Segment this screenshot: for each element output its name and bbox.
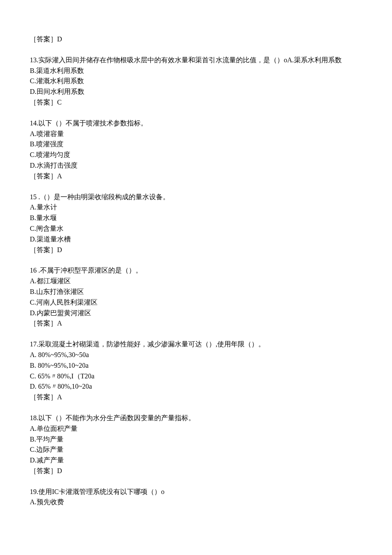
question-option: B.平均产量: [30, 434, 362, 445]
question-stem: 16 .不属于冲积型平原灌区的是（）。: [30, 265, 362, 276]
question-answer: ［答案］A: [30, 392, 362, 403]
question-19: 19.使用IC卡灌溉管理系统没有以下哪项（）o A.预先收费: [30, 487, 362, 508]
question-option: B. 80%~95%,10~20a: [30, 360, 362, 371]
question-option: C.灌溉水利用系数: [30, 76, 362, 87]
question-answer: ［答案］D: [30, 245, 362, 256]
question-option: D.减产产量: [30, 455, 362, 466]
question-option: C. 65%〃80%,I（T20a: [30, 371, 362, 382]
question-16: 16 .不属于冲积型平原灌区的是（）。 A.都江堰灌区 B.山东打渔张灌区 C.…: [30, 265, 362, 329]
question-option: A. 80%~95%,30~50a: [30, 350, 362, 360]
question-option: A.预先收费: [30, 497, 362, 508]
question-answer: ［答案］A: [30, 318, 362, 329]
question-answer: ［答案］D: [30, 466, 362, 477]
question-option: A.都江堰灌区: [30, 276, 362, 287]
question-option: C.河南人民胜利渠灌区: [30, 297, 362, 308]
question-stem: 13.实际灌入田间并储存在作物根吸水层中的有效水量和渠首引水流量的比值，是（）o…: [30, 55, 362, 66]
question-option: C.边际产量: [30, 445, 362, 455]
question-option: B.量水堰: [30, 213, 362, 224]
question-option: D. 65%〃80%,10~20a: [30, 381, 362, 392]
question-stem: 19.使用IC卡灌溉管理系统没有以下哪项（）o: [30, 487, 362, 497]
question-option: B.喷灌强度: [30, 139, 362, 150]
question-option: C.闸含量水: [30, 224, 362, 234]
question-stem: 14.以下（）不属于喷灌技术参数指标。: [30, 118, 362, 129]
question-option: C.喷灌均匀度: [30, 150, 362, 160]
prev-answer: ［答案］D: [30, 34, 362, 45]
question-17: 17.采取混凝土衬砌渠道，防渗性能好，减少渗漏水量可达（）,使用年限（）。 A.…: [30, 339, 362, 403]
document-page: ［答案］D 13.实际灌入田间并储存在作物根吸水层中的有效水量和渠首引水流量的比…: [0, 0, 392, 555]
question-option: B.山东打渔张灌区: [30, 287, 362, 297]
question-answer: ［答案］A: [30, 171, 362, 182]
question-stem: 17.采取混凝土衬砌渠道，防渗性能好，减少渗漏水量可达（）,使用年限（）。: [30, 339, 362, 350]
question-option: D.渠道量水槽: [30, 234, 362, 245]
question-13: 13.实际灌入田间并储存在作物根吸水层中的有效水量和渠首引水流量的比值，是（）o…: [30, 55, 362, 108]
question-option: D.水滴打击强度: [30, 160, 362, 171]
question-option: D.内蒙巴盟黄河灌区: [30, 308, 362, 319]
question-14: 14.以下（）不属于喷灌技术参数指标。 A.喷灌容量 B.喷灌强度 C.喷灌均匀…: [30, 118, 362, 182]
question-option: A.单位面积产量: [30, 424, 362, 434]
question-option: A.量水计: [30, 202, 362, 213]
question-15: 15 .（）是一种由明渠收缩段构成的量水设备。 A.量水计 B.量水堰 C.闸含…: [30, 192, 362, 256]
question-stem: 15 .（）是一种由明渠收缩段构成的量水设备。: [30, 192, 362, 203]
question-answer: ［答案］C: [30, 97, 362, 108]
question-option: D.田间水利用系数: [30, 87, 362, 97]
question-option: B.渠道水利用系数: [30, 66, 362, 76]
question-stem: 18.以下（）不能作为水分生产函数因变量的产量指标。: [30, 413, 362, 424]
question-option: A.喷灌容量: [30, 129, 362, 139]
question-18: 18.以下（）不能作为水分生产函数因变量的产量指标。 A.单位面积产量 B.平均…: [30, 413, 362, 477]
